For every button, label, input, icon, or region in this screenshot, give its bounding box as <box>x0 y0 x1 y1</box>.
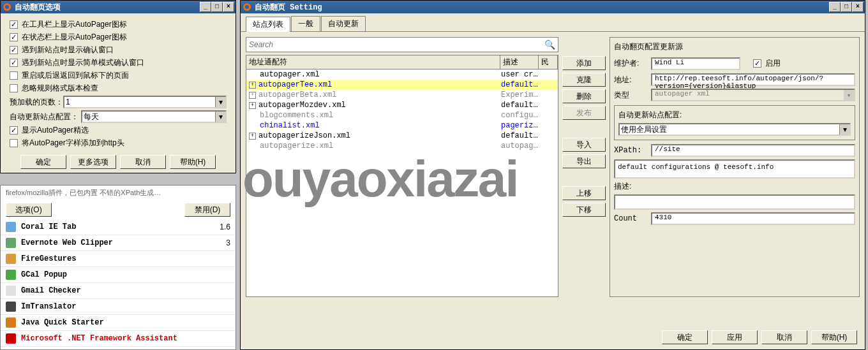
checkbox-label: 重启或后退返回到鼠标下的页面 <box>22 70 129 81</box>
row-name: autopager.xml <box>260 70 320 79</box>
expand-icon[interactable]: + <box>249 92 256 99</box>
options-titlebar: 自动翻页选项 _ □ × <box>1 1 236 13</box>
more-options-button[interactable]: 更多选项 <box>70 155 116 169</box>
close-button[interactable]: × <box>852 2 864 12</box>
export-button[interactable]: 导出 <box>562 154 606 168</box>
row-desc: Experim… <box>501 91 555 99</box>
addon-name: ImTranslator <box>21 302 225 311</box>
desc-text[interactable] <box>614 194 855 210</box>
help-button[interactable]: 帮助(H) <box>811 330 857 344</box>
addon-header-snip: firefox/mozilla插件，已包内置 不错的XPath生成… <box>1 186 236 200</box>
ok-button[interactable]: 确定 <box>20 155 66 169</box>
expand-icon[interactable]: + <box>249 102 256 109</box>
tab-1[interactable]: 一般 <box>291 16 320 31</box>
add-button[interactable]: 添加 <box>562 56 606 70</box>
xpath-field[interactable]: //site <box>651 144 855 157</box>
table-row[interactable]: +autopagerizeJson.xmldefault… <box>246 131 558 141</box>
addon-item[interactable]: ImTranslator <box>1 299 236 315</box>
options-title: 自动翻页选项 <box>15 2 200 13</box>
ok-button[interactable]: 确定 <box>662 330 708 344</box>
cancel-button[interactable]: 取消 <box>120 155 166 169</box>
addon-name: Gmail Checker <box>21 286 225 295</box>
help-button[interactable]: 帮助(H) <box>170 155 216 169</box>
option-checkbox[interactable]: 将AutoPager字样添加到http头 <box>10 138 227 149</box>
addon-item[interactable]: Microsoft .NET Framework Assistant <box>1 331 236 347</box>
cancel-button[interactable]: 取消 <box>761 330 807 344</box>
checkbox-icon: ✓ <box>10 20 18 29</box>
addon-item[interactable]: GCal Popup <box>1 267 236 283</box>
url-field[interactable]: http://rep.teesoft.info/autopager/json/?… <box>651 73 855 86</box>
maximize-button[interactable]: □ <box>211 2 223 12</box>
scope-combo[interactable]: 使用全局设置 ▾ <box>618 123 851 136</box>
table-row[interactable]: +autopagerMozdev.xmldefault… <box>246 100 558 110</box>
close-button[interactable]: × <box>223 2 234 12</box>
option-checkbox[interactable]: ✓遇到新站点时显示简单模式确认窗口 <box>10 57 227 68</box>
row-name: autopagerizeJson.xml <box>258 131 350 140</box>
expand-icon[interactable]: + <box>249 133 256 140</box>
enable-checkbox[interactable]: ✓ 启用 <box>753 58 781 69</box>
publish-button[interactable]: 发布 <box>562 106 606 120</box>
addon-list: Coral IE Tab1.6Evernote Web Clipper3Fire… <box>1 219 236 347</box>
preload-combo[interactable]: 1 ▾ <box>63 96 227 108</box>
moveup-button[interactable]: 上移 <box>562 186 606 200</box>
col-pattern[interactable]: 地址通配符 <box>246 55 500 69</box>
option-checkbox[interactable]: 重启或后退返回到鼠标下的页面 <box>10 70 227 81</box>
table-row[interactable]: autopagerize.xmlautopag… <box>246 141 558 151</box>
checkbox-label: 显示AutoPager精选 <box>22 125 89 136</box>
col-c3[interactable]: 民 <box>539 55 558 69</box>
option-checkbox[interactable]: ✓显示AutoPager精选 <box>10 125 227 136</box>
row-desc: user cr… <box>501 70 555 79</box>
checkbox-icon <box>10 139 18 147</box>
autoupdate-label: 自动更新站点配置： <box>10 112 79 122</box>
settings-window: 自动翻页 Setting _ □ × 站点列表一般自动更新 🔍 地址通配符 描述… <box>240 0 865 350</box>
movedown-button[interactable]: 下移 <box>562 203 606 217</box>
option-checkbox[interactable]: 忽略规则格式版本检查 <box>10 83 227 94</box>
addon-version: 1.6 <box>220 222 230 231</box>
delete-button[interactable]: 删除 <box>562 89 606 103</box>
row-desc: pageriz… <box>501 121 555 130</box>
checkbox-label: 遇到新站点时显示确认窗口 <box>22 45 114 55</box>
search-input[interactable] <box>249 40 544 49</box>
checkbox-label: 忽略规则格式版本检查 <box>22 83 98 94</box>
type-field: autopager xml ▾ <box>651 89 855 101</box>
import-button[interactable]: 导入 <box>562 138 606 152</box>
table-row[interactable]: blogcomments.xmlconfigu… <box>246 110 558 120</box>
default-conf-text[interactable]: default configurations @ teesoft.info <box>614 159 855 179</box>
addon-icon <box>6 254 16 264</box>
minimize-button[interactable]: _ <box>200 2 211 12</box>
addon-item[interactable]: Java Quick Starter <box>1 315 236 331</box>
option-checkbox[interactable]: ✓在工具栏上显示AutoPager图标 <box>10 19 227 30</box>
table-row[interactable]: +autopagerTee.xmldefault… <box>246 80 558 90</box>
maintainer-field[interactable]: Wind Li <box>651 57 740 70</box>
option-checkbox[interactable]: ✓在状态栏上显示AutoPager图标 <box>10 32 227 43</box>
minimize-button[interactable]: _ <box>829 2 841 12</box>
sites-table[interactable]: 地址通配符 描述 民 autopager.xmluser cr…+autopag… <box>246 55 558 297</box>
addon-disable-button[interactable]: 禁用(D) <box>184 203 230 217</box>
addon-item[interactable]: Coral IE Tab1.6 <box>1 219 236 235</box>
addon-item[interactable]: Gmail Checker <box>1 283 236 299</box>
tab-2[interactable]: 自动更新 <box>321 16 366 31</box>
table-row[interactable]: autopager.xmluser cr… <box>246 69 558 80</box>
table-row[interactable]: +autopagerBeta.xmlExperim… <box>246 90 558 100</box>
col-desc[interactable]: 描述 <box>500 55 539 69</box>
addon-options-button[interactable]: 选项(O) <box>6 203 52 217</box>
addon-name: GCal Popup <box>21 270 225 279</box>
expand-icon[interactable]: + <box>249 82 256 89</box>
autoupdate-combo[interactable]: 每天 ▾ <box>81 110 227 123</box>
tab-0[interactable]: 站点列表 <box>246 17 290 32</box>
addon-item[interactable]: FireGestures <box>1 251 236 267</box>
app-icon <box>2 2 12 12</box>
checkbox-icon: ✓ <box>10 46 18 54</box>
addon-icon <box>6 333 16 344</box>
addon-version: 3 <box>226 238 230 247</box>
addon-item[interactable]: Evernote Web Clipper3 <box>1 235 236 251</box>
count-field[interactable]: 4310 <box>651 212 855 225</box>
table-row[interactable]: chinalist.xmlpageriz… <box>246 120 558 131</box>
addon-icon <box>6 222 16 232</box>
clone-button[interactable]: 克隆 <box>562 73 606 87</box>
search-box[interactable]: 🔍 <box>246 37 558 52</box>
apply-button[interactable]: 应用 <box>712 330 758 344</box>
subgroup-title: 自动更新站点配置: <box>618 110 851 120</box>
option-checkbox[interactable]: ✓遇到新站点时显示确认窗口 <box>10 45 227 55</box>
maximize-button[interactable]: □ <box>841 2 852 12</box>
